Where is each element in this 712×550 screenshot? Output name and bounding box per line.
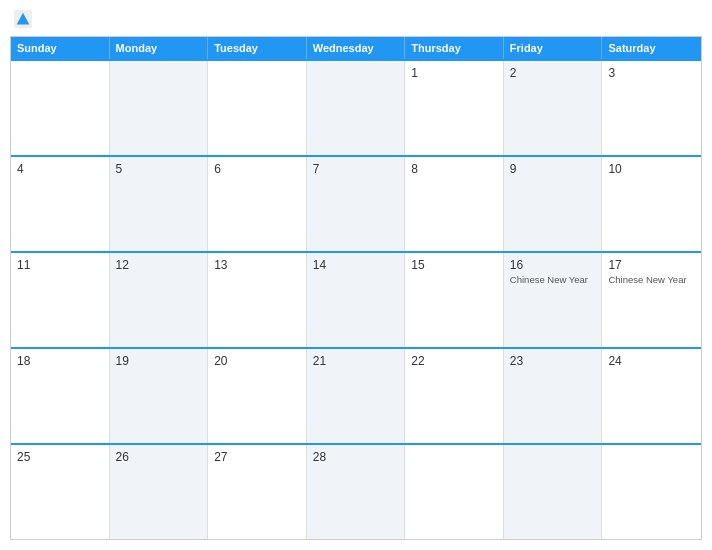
cal-week-4: 18192021222324 <box>11 347 701 443</box>
cal-cell <box>405 445 504 539</box>
cal-cell: 21 <box>307 349 406 443</box>
day-number: 1 <box>411 66 497 80</box>
day-number: 14 <box>313 258 399 272</box>
day-number: 9 <box>510 162 596 176</box>
calendar: SundayMondayTuesdayWednesdayThursdayFrid… <box>10 36 702 540</box>
cal-cell: 25 <box>11 445 110 539</box>
day-number: 27 <box>214 450 300 464</box>
cal-header-saturday: Saturday <box>602 37 701 59</box>
cal-cell: 14 <box>307 253 406 347</box>
cal-cell: 12 <box>110 253 209 347</box>
cal-cell: 5 <box>110 157 209 251</box>
logo <box>14 10 36 28</box>
cal-cell: 9 <box>504 157 603 251</box>
header <box>10 10 702 28</box>
cal-week-1: 123 <box>11 59 701 155</box>
cal-header-sunday: Sunday <box>11 37 110 59</box>
cal-cell: 7 <box>307 157 406 251</box>
cal-cell: 20 <box>208 349 307 443</box>
day-number: 28 <box>313 450 399 464</box>
day-number: 2 <box>510 66 596 80</box>
cal-cell <box>602 445 701 539</box>
day-number: 15 <box>411 258 497 272</box>
day-number: 11 <box>17 258 103 272</box>
cal-cell: 24 <box>602 349 701 443</box>
holiday-label: Chinese New Year <box>510 274 596 286</box>
day-number: 4 <box>17 162 103 176</box>
day-number: 17 <box>608 258 695 272</box>
day-number: 8 <box>411 162 497 176</box>
cal-cell: 3 <box>602 61 701 155</box>
day-number: 18 <box>17 354 103 368</box>
day-number: 3 <box>608 66 695 80</box>
day-number: 20 <box>214 354 300 368</box>
day-number: 19 <box>116 354 202 368</box>
cal-cell: 2 <box>504 61 603 155</box>
day-number: 10 <box>608 162 695 176</box>
day-number: 26 <box>116 450 202 464</box>
cal-week-3: 111213141516Chinese New Year17Chinese Ne… <box>11 251 701 347</box>
calendar-body: 12345678910111213141516Chinese New Year1… <box>11 59 701 539</box>
cal-week-5: 25262728 <box>11 443 701 539</box>
day-number: 5 <box>116 162 202 176</box>
cal-cell: 19 <box>110 349 209 443</box>
cal-cell <box>504 445 603 539</box>
day-number: 23 <box>510 354 596 368</box>
cal-header-thursday: Thursday <box>405 37 504 59</box>
day-number: 22 <box>411 354 497 368</box>
cal-cell: 13 <box>208 253 307 347</box>
cal-cell <box>110 61 209 155</box>
cal-cell: 16Chinese New Year <box>504 253 603 347</box>
cal-cell <box>208 61 307 155</box>
cal-cell: 26 <box>110 445 209 539</box>
cal-cell <box>11 61 110 155</box>
cal-cell: 8 <box>405 157 504 251</box>
cal-cell: 10 <box>602 157 701 251</box>
cal-cell: 22 <box>405 349 504 443</box>
day-number: 6 <box>214 162 300 176</box>
cal-cell: 15 <box>405 253 504 347</box>
cal-cell: 23 <box>504 349 603 443</box>
day-number: 24 <box>608 354 695 368</box>
cal-cell: 4 <box>11 157 110 251</box>
calendar-header-row: SundayMondayTuesdayWednesdayThursdayFrid… <box>11 37 701 59</box>
cal-cell: 6 <box>208 157 307 251</box>
cal-cell: 17Chinese New Year <box>602 253 701 347</box>
cal-cell: 28 <box>307 445 406 539</box>
day-number: 21 <box>313 354 399 368</box>
cal-cell: 27 <box>208 445 307 539</box>
cal-cell: 1 <box>405 61 504 155</box>
cal-header-monday: Monday <box>110 37 209 59</box>
cal-cell: 18 <box>11 349 110 443</box>
day-number: 13 <box>214 258 300 272</box>
holiday-label: Chinese New Year <box>608 274 695 286</box>
calendar-page: SundayMondayTuesdayWednesdayThursdayFrid… <box>0 0 712 550</box>
cal-header-wednesday: Wednesday <box>307 37 406 59</box>
day-number: 12 <box>116 258 202 272</box>
day-number: 16 <box>510 258 596 272</box>
cal-cell: 11 <box>11 253 110 347</box>
day-number: 7 <box>313 162 399 176</box>
cal-week-2: 45678910 <box>11 155 701 251</box>
cal-header-tuesday: Tuesday <box>208 37 307 59</box>
cal-header-friday: Friday <box>504 37 603 59</box>
cal-cell <box>307 61 406 155</box>
day-number: 25 <box>17 450 103 464</box>
logo-icon <box>14 10 32 28</box>
